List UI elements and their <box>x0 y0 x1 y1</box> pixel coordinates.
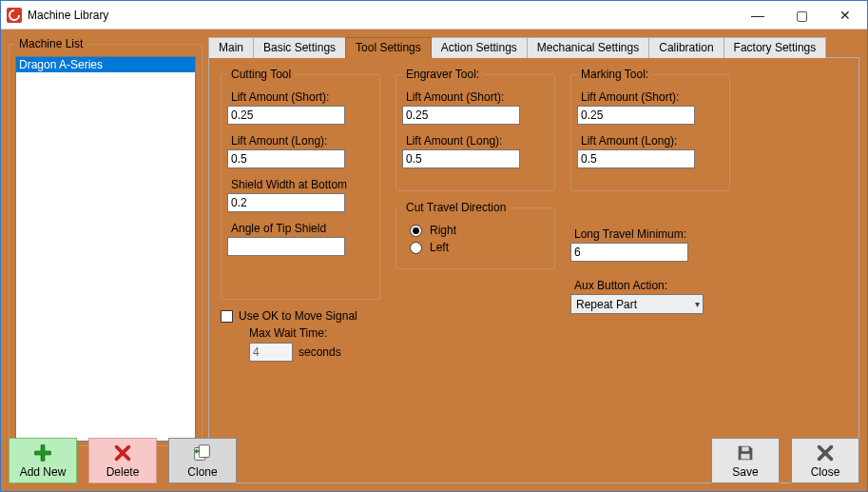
engraver-lift-long-input[interactable] <box>402 149 520 168</box>
tab-mechanical-settings[interactable]: Mechanical Settings <box>527 37 649 58</box>
add-new-label: Add New <box>20 465 67 479</box>
save-button[interactable]: Save <box>711 438 780 483</box>
close-window-button[interactable]: ✕ <box>823 1 867 30</box>
radio-right[interactable] <box>410 225 422 237</box>
cut-travel-right-row[interactable]: Right <box>410 224 549 237</box>
machine-list-group: Machine List Dragon A-Series <box>9 37 203 446</box>
save-label: Save <box>732 465 758 479</box>
close-label: Close <box>811 465 840 479</box>
tab-basic-settings[interactable]: Basic Settings <box>253 37 346 58</box>
x-icon <box>112 443 133 463</box>
max-wait-block: Max Wait Time: seconds <box>249 326 380 362</box>
clone-button[interactable]: Clone <box>168 438 237 483</box>
svg-rect-2 <box>741 454 749 460</box>
delete-label: Delete <box>106 465 140 479</box>
app-window: Machine Library — ▢ ✕ Machine List Drago… <box>0 0 868 492</box>
marking-lift-short-label: Lift Amount (Short): <box>581 90 723 104</box>
engraver-tool-group: Engraver Tool: Lift Amount (Short): Lift… <box>395 68 555 191</box>
client-area: Machine List Dragon A-Series Main Basic … <box>1 30 867 491</box>
maximize-button[interactable]: ▢ <box>780 1 823 30</box>
cutting-lift-long-input[interactable] <box>227 149 345 168</box>
cutting-lift-long-label: Lift Amount (Long): <box>231 134 374 148</box>
cutting-lift-short-label: Lift Amount (Short): <box>231 90 374 104</box>
window-title: Machine Library <box>28 9 108 22</box>
delete-button[interactable]: Delete <box>88 438 157 483</box>
engraver-lift-short-input[interactable] <box>402 106 520 125</box>
clone-label: Clone <box>187 465 217 479</box>
minimize-button[interactable]: — <box>736 1 780 30</box>
tab-action-settings[interactable]: Action Settings <box>431 37 528 58</box>
long-travel-label: Long Travel Minimum: <box>574 227 730 241</box>
aux-button-label: Aux Button Action: <box>574 279 730 292</box>
marking-tool-group: Marking Tool: Lift Amount (Short): Lift … <box>570 68 730 191</box>
ok-move-checkbox[interactable] <box>221 310 233 323</box>
tab-content: Cutting Tool Lift Amount (Short): Lift A… <box>208 57 859 483</box>
settings-panel: Main Basic Settings Tool Settings Action… <box>208 37 859 483</box>
tab-bar: Main Basic Settings Tool Settings Action… <box>208 37 859 58</box>
cut-travel-group: Cut Travel Direction Right Left <box>395 201 555 269</box>
tab-factory-settings[interactable]: Factory Settings <box>723 37 827 58</box>
max-wait-label: Max Wait Time: <box>249 326 380 340</box>
button-bar: Add New Delete Clone Save <box>9 438 859 483</box>
close-icon <box>815 443 836 463</box>
maximize-icon: ▢ <box>796 8 808 23</box>
ok-move-label: Use OK to Move Signal <box>239 309 357 323</box>
engraver-lift-long-label: Lift Amount (Long): <box>406 134 549 148</box>
marking-lift-short-input[interactable] <box>577 106 695 125</box>
long-travel-input[interactable] <box>570 243 688 262</box>
marking-lift-long-label: Lift Amount (Long): <box>581 134 723 148</box>
close-button[interactable]: Close <box>791 438 859 483</box>
angle-tip-input[interactable] <box>227 237 345 256</box>
cutting-tool-group: Cutting Tool Lift Amount (Short): Lift A… <box>221 68 380 300</box>
close-icon: ✕ <box>839 8 851 23</box>
radio-left-label: Left <box>430 241 449 254</box>
cutting-tool-legend: Cutting Tool <box>227 68 295 81</box>
seconds-label: seconds <box>299 345 341 359</box>
shield-width-input[interactable] <box>227 193 345 212</box>
ok-move-row: Use OK to Move Signal <box>221 309 380 323</box>
engraver-tool-legend: Engraver Tool: <box>402 68 483 81</box>
plus-icon <box>32 443 53 463</box>
clone-icon <box>192 443 213 463</box>
marking-tool-legend: Marking Tool: <box>577 68 652 81</box>
tab-main[interactable]: Main <box>208 37 254 58</box>
tab-tool-settings[interactable]: Tool Settings <box>345 37 432 58</box>
app-icon <box>7 8 22 23</box>
machine-list-item[interactable]: Dragon A-Series <box>16 57 195 72</box>
add-new-button[interactable]: Add New <box>9 438 77 483</box>
radio-left[interactable] <box>410 242 422 254</box>
machine-list[interactable]: Dragon A-Series <box>15 56 196 442</box>
cut-travel-legend: Cut Travel Direction <box>402 201 510 214</box>
radio-right-label: Right <box>430 224 456 237</box>
aux-button-value: Repeat Part <box>576 298 637 311</box>
machine-list-legend: Machine List <box>15 37 87 50</box>
aux-button-dropdown[interactable]: Repeat Part ▾ <box>570 294 704 314</box>
save-icon <box>735 443 756 463</box>
cutting-lift-short-input[interactable] <box>227 106 345 125</box>
minimize-icon: — <box>751 8 764 23</box>
chevron-down-icon: ▾ <box>695 299 700 309</box>
shield-width-label: Shield Width at Bottom <box>231 178 374 191</box>
angle-tip-label: Angle of Tip Shield <box>231 222 374 235</box>
max-wait-input[interactable] <box>249 343 293 362</box>
marking-lift-long-input[interactable] <box>577 149 695 168</box>
cut-travel-left-row[interactable]: Left <box>410 241 549 254</box>
tab-calibration[interactable]: Calibration <box>648 37 723 58</box>
svg-rect-1 <box>199 445 209 458</box>
titlebar: Machine Library — ▢ ✕ <box>1 1 867 30</box>
engraver-lift-short-label: Lift Amount (Short): <box>406 90 549 104</box>
svg-rect-3 <box>742 447 748 452</box>
